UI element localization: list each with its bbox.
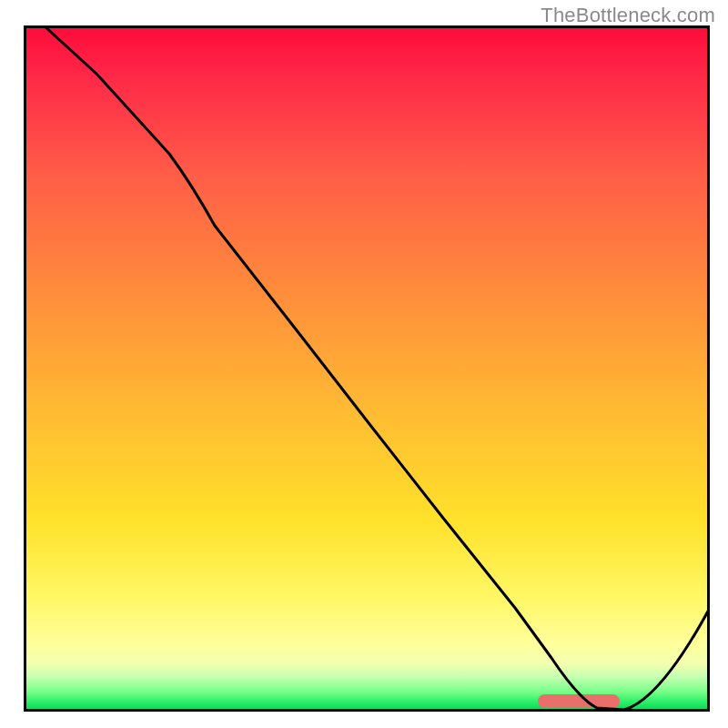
gradient-background: [24, 25, 710, 712]
bottleneck-chart: [24, 25, 710, 712]
watermark-text: TheBottleneck.com: [541, 4, 715, 27]
chart-svg: [24, 25, 710, 712]
optimal-marker: [538, 694, 620, 708]
